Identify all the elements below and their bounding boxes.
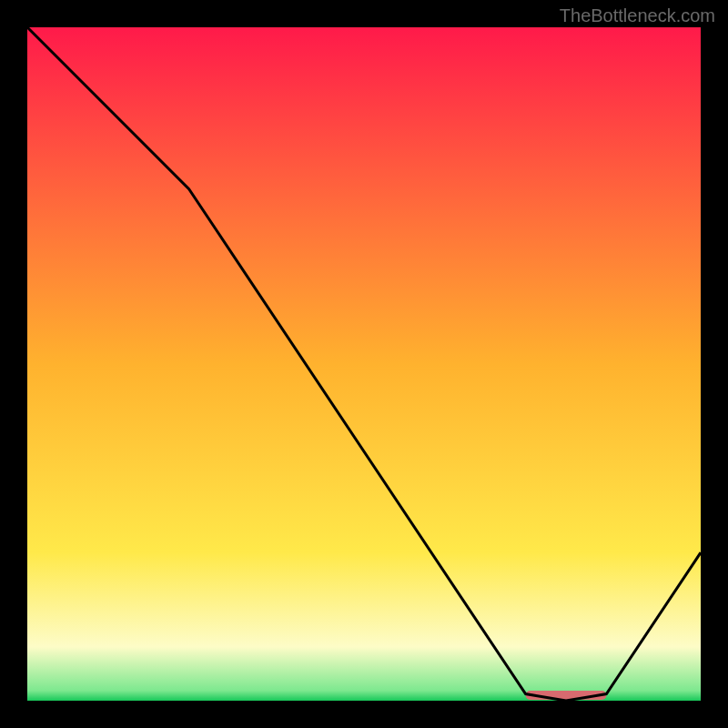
chart-plot-area — [27, 27, 701, 701]
bottleneck-chart — [27, 27, 701, 701]
watermark-text: TheBottleneck.com — [560, 5, 715, 26]
